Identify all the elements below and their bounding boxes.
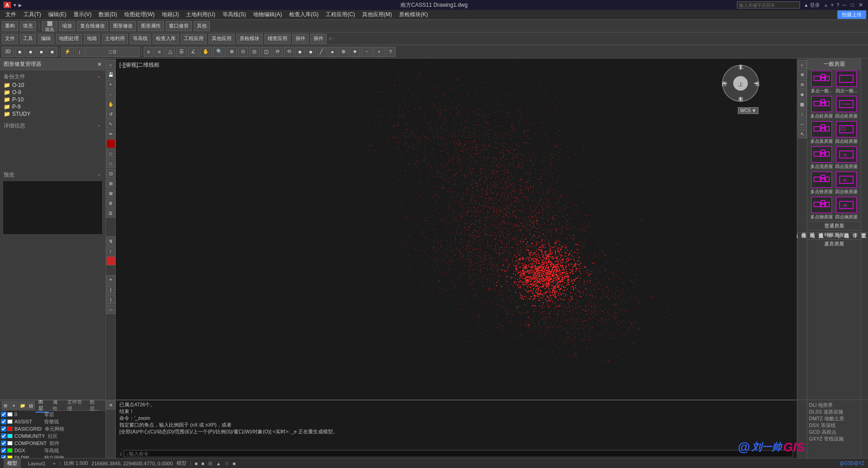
cloud-upload-btn[interactable]: 拍摄上传 (837, 10, 866, 19)
table-row[interactable]: BASICGRID单元网格 (0, 425, 105, 432)
tb2-tools[interactable]: 工具 (20, 34, 36, 44)
tb2-audit[interactable]: 稽查应用 (264, 34, 291, 44)
dropdown-btn[interactable]: □ 0 (86, 47, 140, 57)
icon-btn7[interactable]: ≡ (144, 47, 154, 57)
list-item[interactable]: 📁 STUDY (2, 110, 104, 118)
menu-item-cadastral[interactable]: 地籍(J) (158, 10, 182, 19)
house-item-multipoint-brick[interactable]: 多点装房屋 (810, 121, 833, 145)
table-row[interactable]: DLDW独立地物 (0, 454, 105, 458)
house-item-multipoint-mixed[interactable]: 多点混房屋 (810, 146, 833, 170)
menu-item-view[interactable]: 显示(V) (70, 10, 95, 19)
icon-btn13[interactable]: 🔍 (213, 47, 226, 57)
house-item-fourpoint-steel[interactable]: 钢 四点钢房屋 (835, 197, 858, 220)
shape-prop-btn[interactable]: 图形属性 (138, 21, 164, 31)
vtb-btn18[interactable]: ⌖ (106, 275, 115, 284)
icon-btn22[interactable]: ╱ (317, 47, 327, 57)
tb2-plugin2[interactable]: 插件 (310, 34, 327, 44)
cvtb-btn1[interactable]: ⊕ (798, 70, 807, 79)
icon-btn3[interactable]: ■ (36, 47, 46, 57)
icon-btn2[interactable]: ■ (26, 47, 36, 57)
house-item-fourpoint-general[interactable]: 四点一般... (836, 71, 857, 94)
shape-edit-btn[interactable]: 图形修改 (110, 21, 136, 31)
menu-item-quality[interactable]: 质检模块(K) (395, 10, 432, 19)
vtb-btn20[interactable]: ⟩ (106, 295, 115, 304)
vtb-btn21[interactable]: ⌓ (106, 305, 115, 314)
icon-btn18[interactable]: ⟳ (273, 47, 283, 57)
menu-item-tools[interactable]: 工具(T) (20, 10, 45, 19)
panel-close-icon[interactable]: ✕ (97, 61, 102, 68)
vtb-btn17[interactable]: ↕ (106, 246, 115, 255)
tb2-otherapp[interactable]: 其他应用 (209, 34, 235, 44)
bvtb-close[interactable]: ✕ (106, 400, 115, 409)
cvtb-btn4[interactable]: ▦ (798, 100, 807, 109)
menu-item-file[interactable]: 文件 (2, 10, 20, 19)
login-btn[interactable]: ▲ 登录 (802, 2, 822, 9)
cvtb-btn7[interactable]: ↖ (798, 129, 807, 138)
icon-btn26[interactable]: － (361, 47, 373, 57)
house-item-fourpoint-iron[interactable]: 铁 四点铁房屋 (835, 172, 858, 195)
vtab-boundary[interactable]: 境界线 (800, 225, 808, 233)
menu-item-check[interactable]: 检查入库(G) (286, 10, 322, 19)
icon-btn12[interactable]: ✋ (200, 47, 212, 57)
vtb-select[interactable]: ↖ (106, 119, 115, 128)
menu-item-other[interactable]: 其他应用(M) (359, 10, 395, 19)
list-item[interactable]: 📁 P-10 (2, 96, 104, 103)
vtb-btn19[interactable]: ⟨ (106, 285, 115, 294)
house-item-fourpoint-brick[interactable]: 四点砖房屋 (835, 121, 858, 145)
vtb-btn10[interactable]: □ (106, 159, 115, 168)
preview-collapse-btn[interactable]: － (96, 171, 102, 179)
status-tab-layout1[interactable]: Layout1 (24, 459, 49, 468)
table-row[interactable]: DGX等高线 (0, 447, 105, 454)
house-item-fourpoint-mixed[interactable]: 混 四点混房屋 (835, 146, 858, 170)
fill-btn[interactable]: 填充 (20, 21, 36, 31)
tb2-file[interactable]: 文件 (2, 34, 18, 44)
polyline-edit-btn[interactable]: 复合线修改 (77, 21, 108, 31)
icon-btn10[interactable]: ☰ (176, 47, 187, 57)
global-search-input[interactable] (737, 1, 800, 9)
tb2-cadastral[interactable]: 地籍 (84, 34, 100, 44)
status-icon6[interactable]: ■ (233, 461, 236, 466)
vtab-land[interactable]: 地 (834, 225, 842, 233)
menu-item-engineering[interactable]: 工程应用(C) (322, 10, 359, 19)
vtb-home[interactable]: ⌂ (106, 60, 115, 69)
table-row[interactable]: COMPONENT部件 (0, 440, 105, 447)
tb2-contour[interactable]: 等高线 (130, 34, 151, 44)
icon-btn19[interactable]: ⟲ (284, 47, 294, 57)
wcs-label[interactable]: WCS ▼ (738, 107, 759, 114)
icon-btn20[interactable]: ■ (295, 47, 305, 57)
layers-icon[interactable]: ⊞ (2, 401, 9, 409)
house-item-multipoint-iron[interactable]: 多点铁房屋 (810, 172, 833, 195)
icon-btn25[interactable]: ★ (350, 47, 360, 57)
tb2-check[interactable]: 检查入库 (153, 34, 179, 44)
tb2-landuse[interactable]: 土地利用 (102, 34, 128, 44)
window-clip-btn[interactable]: 窗口修剪 (166, 21, 192, 31)
vtab-residential[interactable]: 居民地 (808, 225, 817, 233)
vtab-feature[interactable]: 物 (825, 225, 834, 233)
list-item[interactable]: 📁 O-9 (2, 89, 104, 96)
properties-icon[interactable]: ≡ (10, 401, 18, 409)
status-tab-model[interactable]: 模型 (4, 459, 21, 468)
vtb-rotate[interactable]: ↺ (106, 109, 115, 118)
vtb-save[interactable]: 💾 (106, 70, 115, 79)
icon-btn11[interactable]: ∠ (188, 47, 199, 57)
tb2-edit[interactable]: 编辑 (38, 34, 54, 44)
vtab-font[interactable]: 字体 (851, 225, 859, 233)
menu-item-edit[interactable]: 编辑(E) (45, 10, 70, 19)
icon-btn27[interactable]: ＋ (373, 47, 385, 57)
icon-btn21[interactable]: ■ (306, 47, 316, 57)
vtb-btn13[interactable]: ⊠ (106, 189, 115, 198)
house-item-multipoint-general[interactable]: 多点一般... (811, 71, 832, 94)
status-icon2[interactable]: ■ (201, 461, 205, 466)
tb2-plugin1[interactable]: 插件 (292, 34, 309, 44)
fill2-btn[interactable]: ▦填充 (42, 21, 57, 31)
cvtb-home[interactable]: ⌂ (798, 60, 807, 69)
cvtb-btn6[interactable]: ↔ (798, 119, 807, 128)
cvtb-btn5[interactable]: ↕ (798, 109, 807, 118)
win-restore[interactable]: □ (850, 2, 855, 8)
vtb-pan[interactable]: ✋ (106, 100, 115, 109)
vtab-traffic[interactable]: 交通设施 (817, 225, 825, 233)
house-item-multipoint-steel[interactable]: 多点钢房屋 (810, 197, 833, 220)
table-row[interactable]: ASSIST骨骼线 (0, 418, 105, 425)
vtb-red2[interactable] (106, 256, 115, 265)
vtb-btn11[interactable]: ⊡ (106, 169, 115, 178)
